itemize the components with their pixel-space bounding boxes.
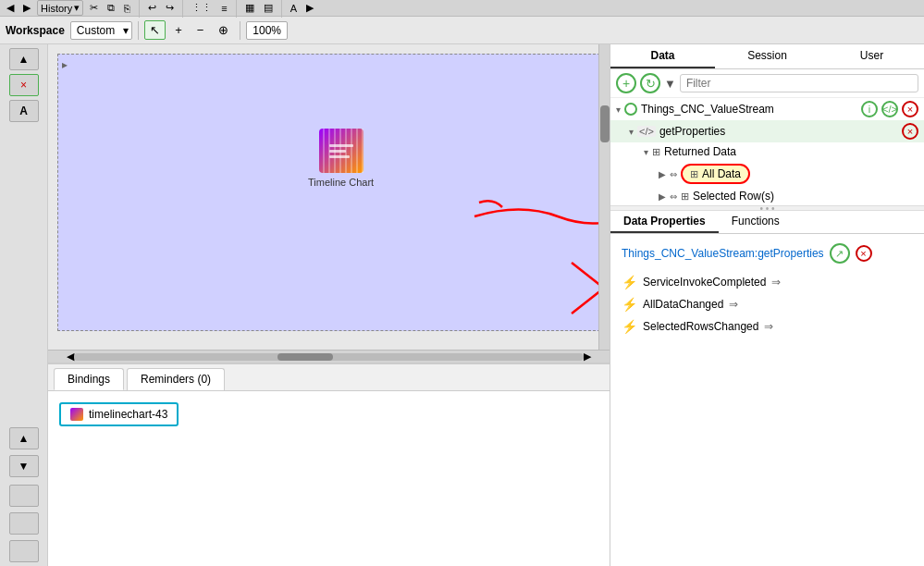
tab-data[interactable]: Data <box>610 44 715 68</box>
remove-things-btn[interactable]: × <box>902 101 918 117</box>
canvas-indicator: ▸ <box>62 58 68 71</box>
history-dropdown[interactable]: History ▾ <box>37 0 83 16</box>
dropdown-arrow-icon: ▾ <box>123 24 129 37</box>
refresh-btn[interactable]: ↻ <box>640 73 660 93</box>
widget-label: Timeline Chart <box>308 177 374 188</box>
binding-chip[interactable]: timelinechart-43 <box>59 402 179 426</box>
red-annotations <box>58 55 599 330</box>
event-all-data-label: AllDataChanged <box>643 298 723 311</box>
arrow-right-1: ⇒ <box>771 276 781 289</box>
left-sidebar: ▲ × A ▲ ▼ <box>0 44 48 566</box>
timeline-chart-icon <box>319 129 363 173</box>
table-icon-returned: ⊞ <box>652 146 660 158</box>
lightning-icon-3: ⚡ <box>622 319 637 334</box>
left-panel-box1[interactable] <box>9 485 39 507</box>
widget-container[interactable]: Timeline Chart <box>308 129 374 188</box>
expand-selected-icon: ▶ <box>659 191 666 202</box>
close-left-btn[interactable]: × <box>9 74 39 96</box>
event-selected-rows-label: SelectedRowsChanged <box>643 320 758 333</box>
expand-btn[interactable]: ▲ <box>9 48 39 70</box>
left-panel-box3[interactable] <box>9 540 39 562</box>
back-btn[interactable]: ◀ <box>4 1 17 15</box>
hscroll-thumb[interactable] <box>277 353 333 361</box>
tab-data-properties[interactable]: Data Properties <box>610 211 719 233</box>
filter-input[interactable] <box>680 74 918 92</box>
right-bottom-tabs: Data Properties Functions <box>610 211 924 234</box>
move-btn[interactable]: ⊕ <box>213 20 234 40</box>
service-link-row: Things_CNC_ValueStream:getProperties ↗ × <box>616 240 918 271</box>
binding-chip-icon <box>70 408 83 421</box>
add-element-btn[interactable]: + <box>169 20 188 40</box>
canvas[interactable]: ▸ Timeline Chart <box>57 54 600 331</box>
grid-btn[interactable]: ⋮⋮ <box>189 1 215 15</box>
font-icon: A <box>290 3 297 14</box>
code-btn[interactable]: </> <box>881 101 898 117</box>
paste-btn[interactable]: ⎘ <box>121 2 133 15</box>
share-btn[interactable]: ↗ <box>830 243 850 264</box>
chevron-down-icon: ▾ <box>74 2 80 14</box>
expand-alldata-icon: ▶ <box>659 169 666 179</box>
tree-item-returned-data[interactable]: ▾ ⊞ Returned Data <box>610 142 924 161</box>
canvas-vscrollbar[interactable] <box>598 44 610 350</box>
select-tool-btn[interactable]: ↖ <box>144 20 166 40</box>
main-layout: ▲ × A ▲ ▼ ▸ <box>0 44 924 566</box>
copy-btn[interactable]: ⧉ <box>105 1 117 15</box>
tree-item-things-cnc[interactable]: ▾ Things_CNC_ValueStream i </> × <box>610 98 924 120</box>
cut-btn[interactable]: ✂ <box>87 1 101 15</box>
text-tool-btn[interactable]: A <box>9 100 39 122</box>
canvas-hscrollbar[interactable]: ◀ ▶ <box>48 350 610 363</box>
redo-btn[interactable]: ↪ <box>163 1 177 15</box>
scroll-right-btn[interactable]: ▶ <box>584 351 591 363</box>
remove-element-btn[interactable]: − <box>191 20 210 40</box>
service-link[interactable]: Things_CNC_ValueStream:getProperties <box>622 247 824 260</box>
custom-dropdown[interactable]: Custom ▾ <box>70 21 132 40</box>
add-data-btn[interactable]: + <box>616 73 636 93</box>
sep6 <box>240 21 240 40</box>
things-cnc-label: Things_CNC_ValueStream <box>641 103 857 116</box>
layer-btn[interactable]: ▤ <box>261 1 276 15</box>
history-label: History <box>41 3 72 14</box>
scroll-left-btn[interactable]: ◀ <box>67 351 74 363</box>
svg-rect-1 <box>329 150 346 153</box>
arrow-right-2: ⇒ <box>729 298 738 311</box>
collapse-returned-icon: ▾ <box>644 147 648 157</box>
align-btn[interactable]: ≡ <box>218 2 229 15</box>
zoom-level: 100% <box>246 21 288 40</box>
canvas-vscroll-thumb[interactable] <box>600 105 610 142</box>
scroll-down-btn[interactable]: ▼ <box>9 455 39 477</box>
more-btn[interactable]: ▶ <box>303 1 316 15</box>
tab-bindings[interactable]: Bindings <box>54 368 124 390</box>
table-icon-selected: ⊞ <box>681 191 689 203</box>
forward-btn[interactable]: ▶ <box>20 1 33 15</box>
tab-functions[interactable]: Functions <box>719 211 793 233</box>
second-toolbar: Workspace Custom ▾ ↖ + − ⊕ 100% <box>0 17 924 44</box>
tree-item-all-data[interactable]: ▶ ⇔ ⊞ All Data <box>610 161 924 187</box>
canvas-wrapper: ▸ Timeline Chart <box>48 44 610 350</box>
font-btn[interactable]: A <box>288 2 300 15</box>
tab-reminders[interactable]: Reminders (0) <box>127 368 225 390</box>
right-data-toolbar: + ↻ ▼ <box>610 69 924 98</box>
all-data-label: ⊞ All Data <box>681 164 750 184</box>
right-tabs: Data Session User <box>610 44 924 69</box>
close-service-btn[interactable]: × <box>856 245 872 262</box>
tree-item-get-properties[interactable]: ▾ </> getProperties × <box>610 120 924 142</box>
returned-data-label: Returned Data <box>664 145 918 158</box>
layout-btn[interactable]: ▦ <box>242 1 257 15</box>
left-panel-box2[interactable] <box>9 512 39 535</box>
sep4 <box>281 0 282 18</box>
lightning-icon-2: ⚡ <box>622 297 637 312</box>
undo-btn[interactable]: ↩ <box>145 1 159 15</box>
remove-getprops-btn[interactable]: × <box>902 123 918 140</box>
tab-session[interactable]: Session <box>715 44 819 68</box>
info-btn[interactable]: i <box>861 101 878 117</box>
sep5 <box>138 21 139 40</box>
arrows-alldata-icon: ⇔ <box>670 169 677 179</box>
filter-icon: ▼ <box>664 77 676 91</box>
selected-rows-label: Selected Row(s) <box>693 190 918 203</box>
scroll-up-btn[interactable]: ▲ <box>9 427 39 449</box>
event-all-data-changed: ⚡ AllDataChanged ⇒ <box>616 293 918 315</box>
tab-user[interactable]: User <box>819 44 924 68</box>
svg-rect-0 <box>329 144 353 147</box>
sep3 <box>236 0 237 18</box>
bottom-panel: Bindings Reminders (0) timelinechart-43 <box>48 363 610 566</box>
